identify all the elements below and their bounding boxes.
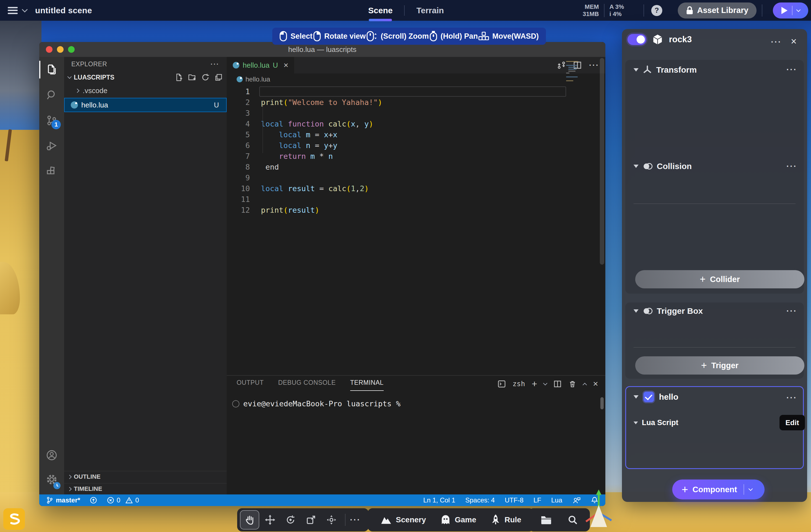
outline-section[interactable]: OUTLINE — [64, 471, 227, 482]
add-collider-button[interactable]: +Collider — [635, 270, 805, 288]
code-line[interactable]: 11 — [227, 194, 605, 205]
menu-chevron-icon[interactable] — [22, 6, 28, 12]
play-button[interactable] — [773, 2, 808, 18]
tab-hello-lua[interactable]: hello.lua U × — [227, 57, 295, 74]
tab-close-icon[interactable]: × — [284, 61, 289, 70]
tab-terrain[interactable]: Terrain — [413, 6, 447, 15]
scenery-button[interactable]: Scenery — [380, 515, 426, 525]
collapse-chevron-icon[interactable] — [633, 68, 639, 72]
activitybar-run-debug[interactable] — [39, 133, 64, 159]
yahaha-logo[interactable] — [3, 508, 25, 530]
object-visibility-toggle[interactable] — [627, 34, 646, 45]
folder-icon[interactable] — [540, 515, 552, 525]
code-line[interactable]: 1 — [227, 86, 605, 97]
panel-tab-output[interactable]: OUTPUT — [236, 379, 264, 391]
play-dropdown-chevron-icon[interactable] — [796, 8, 800, 12]
hello-more-icon[interactable]: ··· — [786, 393, 797, 403]
terminal-scrollbar[interactable] — [600, 397, 604, 409]
activitybar-accounts[interactable] — [39, 442, 64, 468]
terminal-dropdown-chevron-icon[interactable] — [543, 381, 548, 386]
code-line[interactable]: 12print(result) — [227, 205, 605, 216]
code-line[interactable]: 6 local n = y+y — [227, 140, 605, 151]
code-line[interactable]: 10local result = calc(1,2) — [227, 183, 605, 194]
cursor-position[interactable]: Ln 1, Col 1 — [423, 496, 455, 504]
problems-item[interactable]: 0 0 — [107, 496, 139, 504]
language-mode[interactable]: Lua — [551, 496, 562, 504]
trigger-more-icon[interactable]: ··· — [786, 306, 797, 316]
git-branch-item[interactable]: master* — [46, 496, 80, 504]
encoding[interactable]: UTF-8 — [505, 496, 523, 504]
lua-script-chevron-icon[interactable] — [633, 422, 638, 424]
new-terminal-icon[interactable]: + — [532, 378, 537, 389]
help-icon[interactable]: ? — [651, 5, 662, 16]
hello-enabled-checkbox[interactable] — [643, 392, 654, 402]
toolbar-more-icon[interactable]: ··· — [350, 515, 364, 525]
tool-hold-pan[interactable]: (Hold) Pan — [430, 31, 478, 42]
timeline-section[interactable]: TIMELINE — [64, 483, 227, 495]
menu-icon[interactable] — [8, 7, 18, 14]
rotate-tool-button[interactable] — [281, 511, 300, 529]
activitybar-search[interactable] — [39, 82, 64, 108]
code-line[interactable]: 7 return m * n — [227, 151, 605, 161]
close-panel-icon[interactable]: × — [791, 36, 797, 47]
hello-chevron-icon[interactable] — [633, 395, 639, 398]
breadcrumb[interactable]: hello.lua — [227, 74, 605, 85]
editor-scrollbar[interactable] — [600, 58, 604, 265]
tool-move-wasd[interactable]: Move(WASD) — [478, 31, 539, 41]
editor-more-icon[interactable]: ··· — [589, 61, 599, 69]
move-tool-button[interactable] — [261, 511, 279, 529]
split-terminal-icon[interactable] — [553, 380, 562, 388]
tool-select[interactable]: Select — [279, 31, 312, 42]
refresh-icon[interactable] — [201, 73, 210, 81]
eol[interactable]: LF — [534, 496, 541, 504]
add-trigger-button[interactable]: +Trigger — [635, 356, 805, 375]
tab-scene[interactable]: Scene — [365, 6, 396, 15]
shell-label[interactable]: zsh — [512, 380, 525, 388]
translate-gizmo[interactable] — [579, 484, 618, 531]
collision-section-header[interactable]: Collision — [633, 161, 692, 171]
search-icon[interactable] — [567, 514, 578, 526]
object-more-icon[interactable]: ··· — [771, 37, 782, 47]
code-line[interactable]: 5 local m = x+x — [227, 129, 605, 140]
rule-button[interactable]: Rule — [491, 514, 521, 526]
new-file-icon[interactable] — [175, 73, 183, 81]
code-line[interactable]: 9 — [227, 172, 605, 183]
minimap[interactable] — [566, 59, 584, 81]
code-line[interactable]: 2print("Welcome to Yahaha!") — [227, 97, 605, 108]
close-panel-icon[interactable]: × — [593, 379, 598, 389]
pan-tool-button[interactable] — [241, 511, 259, 529]
new-folder-icon[interactable] — [188, 73, 196, 81]
component-dropdown-chevron-icon[interactable] — [749, 486, 753, 491]
collision-more-icon[interactable]: ··· — [786, 161, 797, 171]
object-name[interactable]: rock3 — [669, 34, 692, 45]
activitybar-explorer[interactable] — [39, 57, 64, 82]
panel-tab-terminal[interactable]: TERMINAL — [350, 379, 384, 391]
explorer-more-icon[interactable]: ··· — [211, 61, 219, 68]
scale-tool-button[interactable] — [302, 511, 320, 529]
tool-rotate-view[interactable]: Rotate view — [313, 31, 366, 42]
maximize-panel-chevron-icon[interactable] — [583, 383, 587, 387]
code-line[interactable]: 8 end — [227, 161, 605, 172]
asset-library-button[interactable]: Asset Library — [678, 2, 756, 18]
add-component-button[interactable]: + Component — [672, 480, 765, 499]
tree-item-hello-lua[interactable]: hello.lua U — [64, 98, 227, 112]
tool-scroll-zoom[interactable]: (Scroll) Zoom — [366, 31, 429, 42]
sync-item[interactable] — [90, 496, 97, 504]
panel-tab-debug-console[interactable]: DEBUG CONSOLE — [278, 379, 336, 391]
terminal-prompt[interactable]: evie@eviedeMacBook-Pro luascripts % — [232, 400, 400, 408]
indentation[interactable]: Spaces: 4 — [465, 496, 495, 504]
activitybar-settings[interactable] — [39, 467, 64, 492]
open-changes-icon[interactable] — [557, 61, 566, 69]
trash-icon[interactable] — [568, 380, 577, 388]
tree-item-vscode-folder[interactable]: .vscode — [64, 83, 227, 98]
code-line[interactable]: 4local function calc(x, y) — [227, 119, 605, 129]
transform-more-icon[interactable]: ··· — [786, 65, 797, 74]
collapse-folders-icon[interactable] — [214, 73, 223, 81]
transform-section-header[interactable]: Transform — [633, 65, 697, 75]
activitybar-extensions[interactable] — [39, 159, 64, 184]
activitybar-source-control[interactable]: 1 — [39, 108, 64, 133]
scene-name[interactable]: untitled scene — [35, 6, 92, 15]
game-button[interactable]: Game — [440, 514, 476, 526]
code-line[interactable]: 3 — [227, 108, 605, 119]
explorer-section-luascripts[interactable]: LUASCRIPTS — [64, 71, 227, 83]
